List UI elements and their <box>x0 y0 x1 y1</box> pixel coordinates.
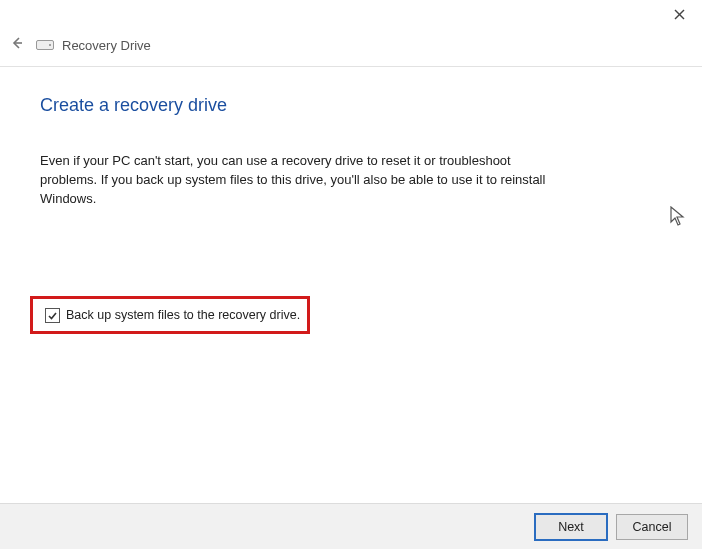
back-button[interactable] <box>6 34 28 56</box>
close-icon <box>674 7 685 23</box>
page-body-text: Even if your PC can't start, you can use… <box>40 152 560 209</box>
cursor-icon <box>670 206 688 232</box>
titlebar <box>0 0 702 28</box>
window-title: Recovery Drive <box>62 38 151 53</box>
page-heading: Create a recovery drive <box>40 95 662 116</box>
cancel-button[interactable]: Cancel <box>616 514 688 540</box>
backup-checkbox-label: Back up system files to the recovery dri… <box>66 308 300 322</box>
backup-checkbox[interactable] <box>45 308 60 323</box>
next-button-label: Next <box>558 520 584 534</box>
backup-checkbox-row[interactable]: Back up system files to the recovery dri… <box>30 296 310 334</box>
drive-icon <box>36 39 54 51</box>
back-arrow-icon <box>10 36 24 54</box>
recovery-drive-window: Recovery Drive Create a recovery drive E… <box>0 0 702 549</box>
footer: Next Cancel <box>0 503 702 549</box>
checkmark-icon <box>47 310 58 321</box>
content-area: Create a recovery drive Even if your PC … <box>0 67 702 209</box>
close-button[interactable] <box>670 6 688 24</box>
cancel-button-label: Cancel <box>633 520 672 534</box>
header-row: Recovery Drive <box>0 28 702 66</box>
next-button[interactable]: Next <box>534 513 608 541</box>
svg-point-4 <box>49 44 51 46</box>
